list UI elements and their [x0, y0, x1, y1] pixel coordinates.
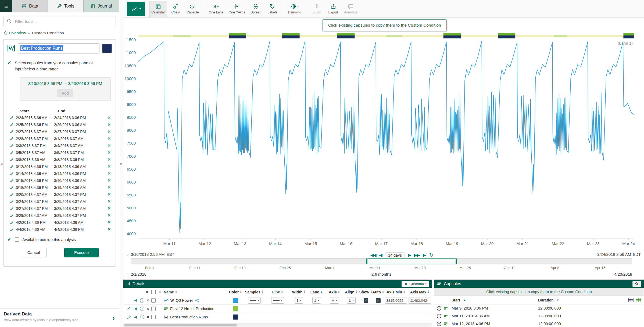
add-button[interactable]: Add: [57, 89, 73, 97]
column-header-samples[interactable]: Samples▲▼: [243, 290, 265, 294]
scrubber-selection[interactable]: [366, 258, 457, 264]
column-header-axis-min[interactable]: Axis Min▲▼: [384, 290, 408, 294]
edit-icon[interactable]: [10, 214, 16, 217]
sort-icon[interactable]: ▲▼: [557, 298, 559, 302]
scrubber-track[interactable]: [131, 258, 632, 264]
view-selector-button[interactable]: ▾: [127, 2, 145, 16]
edit-icon[interactable]: [10, 116, 16, 120]
color-swatch[interactable]: [233, 306, 238, 311]
step-back-half-button[interactable]: ◀: [379, 253, 382, 258]
remove-capsule-icon[interactable]: ✕: [107, 185, 111, 190]
info-icon[interactable]: i: [140, 315, 144, 319]
arrow-up-icon[interactable]: ↑: [127, 272, 129, 276]
edit-icon[interactable]: [10, 158, 16, 161]
tab-journal[interactable]: Journal: [84, 0, 119, 12]
table-view-icon[interactable]: [628, 298, 634, 302]
hamburger-menu-icon[interactable]: ≡: [0, 0, 12, 12]
send-to-trend-icon[interactable]: [134, 315, 138, 319]
remove-capsule-icon[interactable]: ✕: [107, 206, 111, 211]
column-header-width[interactable]: Width▲▼: [290, 290, 308, 294]
customize-button[interactable]: Customize: [402, 281, 429, 287]
table-view-icon[interactable]: [636, 298, 641, 302]
send-to-trend-icon[interactable]: [134, 299, 138, 303]
condition-capsule[interactable]: [229, 33, 246, 35]
edit-icon[interactable]: [10, 200, 16, 203]
condition-capsule[interactable]: [623, 33, 634, 35]
edit-icon[interactable]: [10, 137, 16, 141]
column-header-align[interactable]: Align▲▼: [343, 290, 359, 294]
edit-icon[interactable]: [10, 172, 16, 175]
remove-capsule-icon[interactable]: ✕: [107, 227, 111, 232]
capsule-list-row[interactable]: +Mar 9, 2018 3:36 PM12:00:00.000: [434, 304, 644, 312]
edit-icon[interactable]: [10, 228, 16, 231]
tab-tools[interactable]: Tools: [48, 0, 83, 12]
derived-data-section[interactable]: Derived Data View data created by tools …: [0, 308, 119, 327]
step-forward-half-button[interactable]: ▶: [408, 253, 411, 258]
edit-icon[interactable]: [127, 307, 131, 311]
tool-dimming[interactable]: ▾Dimming: [286, 1, 303, 17]
timezone-link[interactable]: EST: [166, 252, 174, 257]
sort-icon[interactable]: ▲▼: [303, 290, 306, 294]
condition-capsule[interactable]: [443, 33, 461, 35]
sort-icon[interactable]: ▲▼: [159, 290, 161, 294]
sort-icon[interactable]: ▲▼: [175, 290, 177, 294]
breadcrumb-overview-link[interactable]: Overview: [4, 31, 26, 35]
sort-icon[interactable]: ▲▼: [356, 290, 358, 294]
remove-capsule-icon[interactable]: ✕: [107, 213, 111, 218]
sort-icon[interactable]: ▲▼: [403, 290, 405, 294]
condition-capsule[interactable]: [554, 35, 567, 37]
timezone-link[interactable]: EDT: [633, 252, 641, 257]
send-to-trend-icon[interactable]: [134, 307, 138, 311]
condition-capsule[interactable]: [387, 35, 402, 37]
remove-capsule-icon[interactable]: ✕: [107, 129, 111, 134]
color-swatch[interactable]: [233, 298, 238, 303]
axis-dropdown[interactable]: A▾: [330, 297, 339, 304]
tool-capsule[interactable]: Capsule: [184, 1, 201, 17]
edit-icon[interactable]: [10, 186, 16, 189]
row-checkbox[interactable]: [151, 298, 156, 303]
remove-capsule-icon[interactable]: ✕: [107, 192, 111, 197]
remove-item-icon[interactable]: ×: [147, 298, 149, 303]
samples-dropdown[interactable]: ▾: [248, 297, 261, 304]
row-checkbox[interactable]: [151, 315, 156, 319]
tool-annotate[interactable]: Annotate: [342, 1, 360, 17]
edit-icon[interactable]: [10, 207, 16, 210]
condition-capsule[interactable]: [443, 35, 461, 38]
auto-checkbox[interactable]: ✓: [376, 298, 381, 303]
execute-button[interactable]: Execute: [64, 248, 99, 257]
condition-capsule[interactable]: [229, 35, 246, 38]
capsules-search-button[interactable]: [632, 281, 641, 287]
condition-capsule[interactable]: [282, 33, 300, 35]
sort-icon[interactable]: ▲▼: [281, 290, 283, 294]
edit-icon[interactable]: [10, 179, 16, 182]
line-style-dropdown[interactable]: ▾: [271, 297, 284, 304]
remove-capsule-icon[interactable]: ✕: [107, 115, 111, 120]
remove-capsule-icon[interactable]: ✕: [107, 199, 111, 204]
add-capsule-icon[interactable]: +: [437, 322, 441, 326]
axis-min-input[interactable]: 3815.9055: [385, 297, 407, 304]
refresh-icon[interactable]: ↻: [429, 252, 434, 258]
details-horizontal-scrollbar[interactable]: [123, 324, 432, 327]
remove-capsule-icon[interactable]: ✕: [107, 164, 111, 169]
arrow-down-icon[interactable]: ↓: [127, 252, 129, 257]
column-header-axis-max[interactable]: Axis Max▲▼: [408, 290, 432, 294]
condition-capsule[interactable]: [498, 33, 516, 35]
tool-zoom[interactable]: Zoom: [309, 1, 325, 17]
column-header-color[interactable]: Color▲▼: [228, 290, 243, 294]
condition-capsule[interactable]: [337, 33, 355, 35]
sort-icon[interactable]: ▲▼: [338, 290, 340, 294]
column-header-auto[interactable]: Auto▲▼: [372, 290, 384, 294]
edit-icon[interactable]: [127, 315, 131, 319]
column-header-show[interactable]: Show▲▼: [359, 290, 372, 294]
column-header-line[interactable]: Line▲▼: [265, 290, 290, 294]
edit-icon[interactable]: [10, 165, 16, 168]
remove-capsule-icon[interactable]: ✕: [107, 122, 111, 127]
lane-dropdown[interactable]: 1▾: [312, 297, 321, 304]
color-swatch[interactable]: [233, 314, 238, 320]
step-back-full-button[interactable]: ◀◀: [370, 253, 376, 258]
info-icon[interactable]: i: [140, 298, 144, 303]
capsule-list-row[interactable]: +Mar 11, 2018 4:36 AM12:00:00.000: [434, 312, 644, 320]
duration-input[interactable]: 14 days: [385, 252, 405, 258]
capsule-list-row[interactable]: +Mar 12, 2018 4:36 PM12:00:00.000: [434, 320, 644, 327]
step-to-end-button[interactable]: ▶|: [423, 253, 426, 258]
